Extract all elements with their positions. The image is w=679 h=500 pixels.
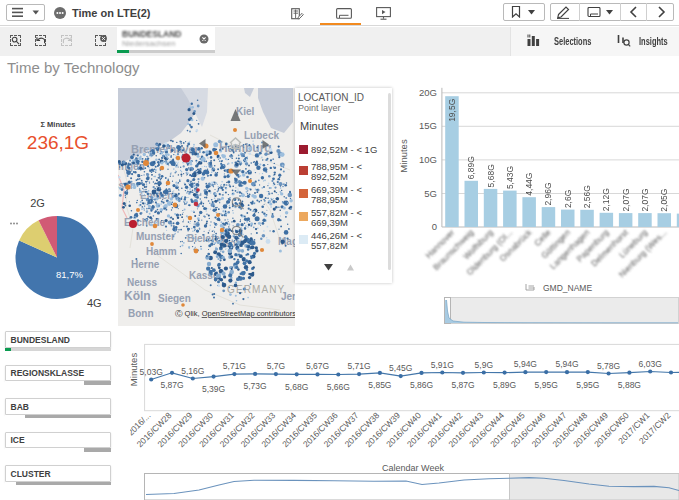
svg-text:20G: 20G: [419, 87, 437, 98]
svg-text:5,71G: 5,71G: [348, 361, 371, 371]
svg-text:5,94G: 5,94G: [555, 359, 578, 369]
svg-text:Köln: Köln: [124, 289, 151, 303]
svg-text:5,87G: 5,87G: [451, 380, 474, 390]
svg-text:5,39G: 5,39G: [202, 384, 225, 394]
svg-text:5,71G: 5,71G: [223, 361, 246, 371]
svg-text:5,68G: 5,68G: [285, 382, 308, 392]
svg-text:5,68G: 5,68G: [486, 164, 496, 187]
svg-text:81,7%: 81,7%: [56, 269, 83, 280]
svg-text:2,12G: 2,12G: [601, 188, 611, 211]
svg-text:5,88G: 5,88G: [618, 380, 641, 390]
svg-text:10G: 10G: [419, 154, 437, 165]
svg-text:Calendar Week: Calendar Week: [382, 463, 444, 473]
svg-text:5G: 5G: [424, 188, 437, 199]
svg-text:5,85G: 5,85G: [368, 380, 391, 390]
svg-text:Lubeck: Lubeck: [244, 130, 279, 141]
svg-text:Siegen: Siegen: [158, 293, 191, 304]
svg-text:19,5G: 19,5G: [447, 99, 457, 122]
svg-text:Herne: Herne: [131, 259, 160, 270]
svg-text:5,94G: 5,94G: [514, 359, 537, 369]
svg-text:5,89G: 5,89G: [493, 380, 516, 390]
svg-text:5,87G: 5,87G: [160, 380, 183, 390]
svg-text:5,7G: 5,7G: [267, 361, 285, 371]
svg-text:5,16G: 5,16G: [181, 366, 204, 376]
svg-text:Ⓒ Qlik, OpenStreetMap contribu: Ⓒ Qlik, OpenStreetMap contributors: [175, 309, 295, 318]
svg-text:4,44G: 4,44G: [524, 173, 534, 196]
svg-text:2,6G: 2,6G: [563, 190, 573, 208]
svg-text:5,95G: 5,95G: [576, 380, 599, 390]
svg-text:Minutes: Minutes: [398, 139, 409, 173]
svg-text:Kiel: Kiel: [236, 106, 255, 117]
svg-text:5,86G: 5,86G: [410, 380, 433, 390]
svg-text:5,91G: 5,91G: [431, 360, 454, 370]
svg-text:GMD_NAME: GMD_NAME: [543, 283, 592, 293]
svg-text:6,89G: 6,89G: [466, 156, 476, 179]
svg-text:4G: 4G: [87, 297, 102, 309]
svg-text:2,96G: 2,96G: [543, 182, 553, 205]
svg-text:5,95G: 5,95G: [535, 380, 558, 390]
svg-text:6,03G: 6,03G: [639, 359, 662, 369]
svg-text:5,66G: 5,66G: [327, 382, 350, 392]
svg-text:5,43G: 5,43G: [505, 166, 515, 189]
svg-text:0: 0: [432, 221, 437, 232]
svg-text:5,78G: 5,78G: [597, 361, 620, 371]
svg-text:Bonn: Bonn: [128, 308, 154, 319]
svg-text:5,03G: 5,03G: [140, 367, 163, 377]
svg-text:Neuss: Neuss: [127, 277, 157, 288]
svg-text:Munster: Munster: [136, 231, 175, 242]
svg-text:Hamm: Hamm: [146, 246, 177, 257]
svg-text:2G: 2G: [30, 197, 45, 209]
svg-text:2,56G: 2,56G: [582, 185, 592, 208]
svg-text:5,9G: 5,9G: [475, 360, 493, 370]
svg-text:Minutes: Minutes: [130, 353, 139, 387]
svg-text:2,07G: 2,07G: [640, 188, 650, 211]
svg-text:5,67G: 5,67G: [306, 361, 329, 371]
svg-text:5,45G: 5,45G: [389, 363, 412, 373]
svg-text:5,73G: 5,73G: [244, 381, 267, 391]
svg-text:2,07G: 2,07G: [621, 188, 631, 211]
svg-text:15G: 15G: [419, 120, 437, 131]
svg-text:2,05G: 2,05G: [659, 189, 669, 212]
